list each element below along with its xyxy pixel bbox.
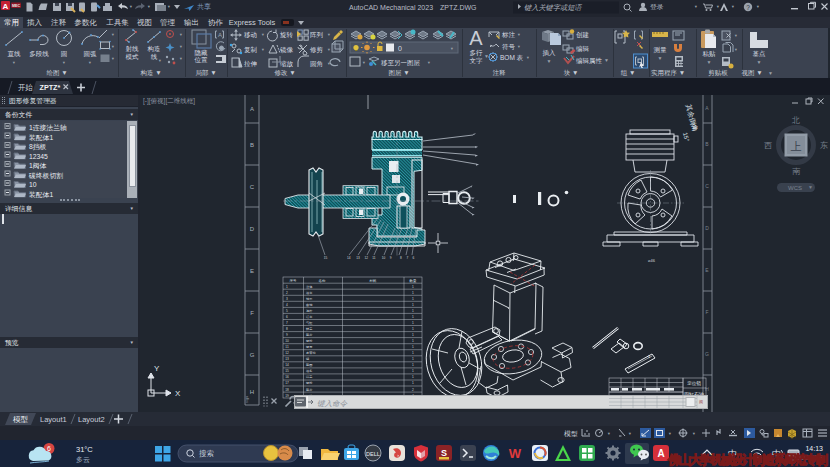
svg-text:位置: 位置 [195, 56, 209, 63]
svg-text:G: G [250, 352, 255, 358]
svg-text:▼: ▼ [111, 45, 115, 49]
svg-text:模型: 模型 [564, 430, 578, 438]
svg-text:东: 东 [820, 141, 828, 150]
svg-text:多云: 多云 [76, 456, 90, 463]
svg-text:1: 1 [412, 381, 414, 385]
svg-text:实用程序 ▼: 实用程序 ▼ [651, 69, 685, 77]
svg-text:7: 7 [286, 321, 288, 325]
svg-text:1: 1 [412, 321, 414, 325]
svg-text:7: 7 [406, 256, 408, 260]
svg-text:剪贴板: 剪贴板 [708, 69, 728, 77]
svg-text:块 ▼: 块 ▼ [563, 69, 579, 76]
svg-text:BOM 表: BOM 表 [500, 54, 524, 61]
svg-text:注释: 注释 [493, 69, 507, 76]
svg-text:5: 5 [286, 309, 288, 313]
svg-text:佛山大学机械设计制造系师范专制: 佛山大学机械设计制造系师范专制 [667, 452, 829, 467]
svg-text:0: 0 [398, 45, 402, 52]
svg-text:名称: 名称 [319, 279, 326, 283]
svg-text:开始: 开始 [18, 83, 34, 92]
svg-text:10: 10 [285, 339, 289, 343]
svg-text:阀: 阀 [699, 399, 703, 405]
svg-text:▼: ▼ [450, 47, 454, 51]
svg-text:局部 ▼: 局部 ▼ [195, 69, 216, 77]
svg-text:▼: ▼ [757, 59, 762, 65]
svg-text:X: X [175, 389, 181, 398]
svg-text:12: 12 [365, 256, 369, 260]
svg-text:6: 6 [47, 445, 51, 452]
svg-text:S: S [441, 448, 447, 458]
svg-text:▼: ▼ [167, 5, 171, 9]
svg-text:圆角: 圆角 [310, 60, 323, 67]
svg-text:▼: ▼ [707, 59, 712, 65]
svg-text:13: 13 [285, 357, 289, 361]
svg-text:▼: ▼ [111, 57, 115, 61]
svg-text:1: 1 [412, 291, 414, 295]
svg-text:1: 1 [412, 339, 414, 343]
svg-text:19: 19 [285, 394, 289, 398]
svg-text:1: 1 [412, 345, 414, 349]
svg-text:油塞: 油塞 [306, 291, 313, 295]
svg-text:视图 ▼: 视图 ▼ [741, 69, 762, 77]
svg-text:登录: 登录 [650, 3, 664, 11]
svg-text:泣体: 泣体 [306, 285, 313, 289]
svg-text:▼: ▼ [62, 61, 66, 65]
svg-text:插入: 插入 [543, 49, 557, 57]
svg-text:⌀46: ⌀46 [648, 258, 656, 263]
svg-text:H: H [250, 389, 254, 395]
svg-text:▼: ▼ [129, 5, 133, 9]
svg-text:螺栓: 螺栓 [306, 339, 313, 343]
svg-text:14: 14 [285, 363, 289, 367]
svg-text:拉伸: 拉伸 [244, 60, 257, 67]
svg-text:端盖: 端盖 [306, 375, 313, 379]
svg-text:▼: ▼ [179, 45, 183, 49]
svg-text:31°C: 31°C [76, 445, 93, 454]
svg-text:[-][俯视][二维线框]: [-][俯视][二维线框] [143, 97, 195, 105]
svg-text:E: E [705, 267, 709, 273]
svg-text:?: ? [746, 4, 750, 11]
svg-text:轴承: 轴承 [306, 297, 313, 301]
svg-text:▼: ▼ [604, 57, 609, 63]
svg-text:编辑属性: 编辑属性 [576, 57, 603, 64]
svg-text:圆弧: 圆弧 [84, 50, 98, 57]
svg-text:直线: 直线 [8, 50, 22, 57]
svg-text:▼: ▼ [756, 5, 760, 9]
svg-text:1: 1 [286, 285, 288, 289]
svg-text:B: B [250, 142, 254, 148]
svg-text:E: E [250, 268, 254, 274]
svg-text:圆: 圆 [61, 50, 68, 57]
svg-text:15: 15 [324, 256, 328, 260]
svg-text:11: 11 [285, 345, 289, 349]
svg-text:绘图 ▼: 绘图 ▼ [46, 69, 67, 76]
svg-text:线: 线 [151, 53, 158, 60]
svg-text:3: 3 [286, 297, 288, 301]
svg-text:▼: ▼ [179, 33, 183, 37]
svg-text:标注: 标注 [501, 31, 516, 39]
svg-text:15°: 15° [682, 132, 690, 143]
svg-text:装配体1: 装配体1 [29, 134, 53, 142]
svg-text:sign: sign [244, 396, 249, 403]
svg-text:A: A [469, 28, 483, 49]
svg-text:8: 8 [400, 256, 402, 260]
svg-text:模型: 模型 [13, 415, 29, 424]
svg-text:1: 1 [412, 285, 414, 289]
svg-text:A: A [218, 32, 222, 38]
svg-text:阵列: 阵列 [310, 31, 324, 38]
svg-text:6: 6 [286, 315, 288, 319]
svg-text:Layout2: Layout2 [78, 415, 105, 424]
svg-text:F: F [705, 309, 708, 315]
svg-text:W: W [509, 446, 522, 461]
svg-text:15: 15 [285, 369, 289, 373]
svg-text:F: F [250, 310, 254, 316]
svg-text:连杆: 连杆 [306, 309, 313, 313]
svg-text:2: 2 [412, 388, 414, 392]
svg-text:上: 上 [791, 140, 802, 152]
svg-text:缺盖: 缺盖 [306, 327, 313, 331]
svg-text:垫片: 垫片 [306, 388, 313, 392]
svg-text:1连接法兰轴: 1连接法兰轴 [29, 124, 67, 132]
svg-text:AutoCAD Mechanical 2023: AutoCAD Mechanical 2023 [349, 4, 433, 11]
svg-text:▼: ▼ [88, 61, 92, 65]
svg-text:碳终板切割: 碳终板切割 [28, 172, 63, 180]
svg-text:▼: ▼ [658, 55, 663, 61]
svg-text:▼: ▼ [716, 5, 720, 9]
svg-text:数量: 数量 [409, 279, 417, 283]
